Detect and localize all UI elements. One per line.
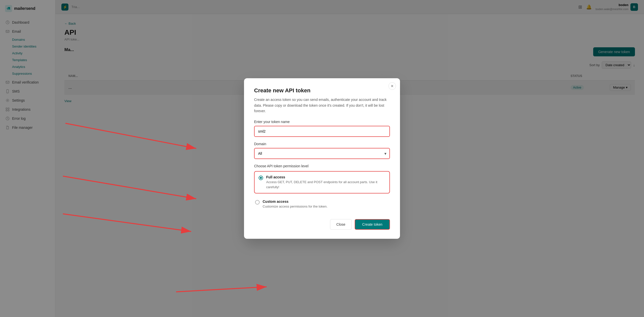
domain-select-wrapper: All Domain 1 Domain 2 ▾ <box>254 148 390 159</box>
permission-custom-text: Custom access Customize access permissio… <box>263 200 328 209</box>
domain-label: Domain <box>254 142 390 146</box>
permission-full-text: Full access Access GET, PUT, DELETE and … <box>266 175 385 189</box>
token-name-input[interactable] <box>254 126 390 137</box>
modal-footer: Close Create token <box>254 219 390 230</box>
permission-custom-access[interactable]: Custom access Customize access permissio… <box>254 196 390 212</box>
close-button[interactable]: Close <box>330 219 352 230</box>
create-token-button[interactable]: Create token <box>355 219 390 230</box>
radio-custom-access <box>255 200 260 205</box>
full-access-desc: Access GET, PUT, DELETE and POST endpoin… <box>266 180 385 189</box>
modal-close-x-button[interactable]: ✕ <box>388 82 396 90</box>
domain-select[interactable]: All Domain 1 Domain 2 <box>254 148 390 159</box>
custom-access-desc: Customize access permissions for the tok… <box>263 204 328 209</box>
token-name-label: Enter your token name <box>254 120 390 124</box>
modal-description: Create an access token so you can send e… <box>254 97 390 114</box>
permission-full-access[interactable]: Full access Access GET, PUT, DELETE and … <box>254 171 390 193</box>
modal: ✕ Create new API token Create an access … <box>244 78 400 239</box>
full-access-name: Full access <box>266 175 385 179</box>
modal-title: Create new API token <box>254 87 390 94</box>
modal-overlay[interactable]: ✕ Create new API token Create an access … <box>0 0 644 317</box>
permission-label: Choose API token permission level <box>254 164 390 168</box>
custom-access-name: Custom access <box>263 200 328 204</box>
radio-full-access <box>259 176 263 180</box>
